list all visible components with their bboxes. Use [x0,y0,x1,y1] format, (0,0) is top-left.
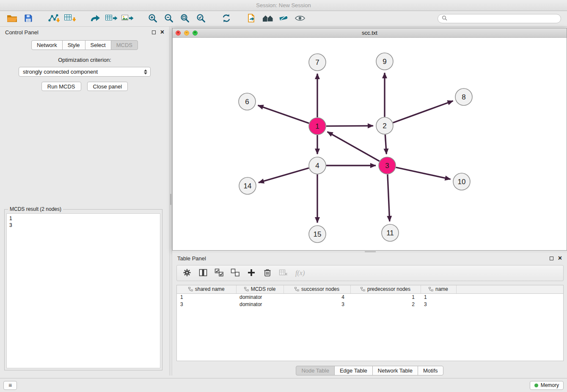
graph-edge-2-3[interactable] [385,135,386,154]
search-input[interactable] [450,16,557,22]
table-settings-button[interactable] [181,268,193,279]
graph-node-8[interactable]: 8 [455,88,472,105]
graph-edge-1-6[interactable] [258,105,309,123]
column-header-MCDS-role[interactable]: MCDS role [236,285,284,293]
zoom-fit-button[interactable] [177,12,193,25]
network-canvas[interactable]: 7968124314101511 [173,38,567,250]
column-header-name[interactable]: name [421,285,456,293]
close-panel-button[interactable]: Close panel [87,82,128,91]
eye-icon [295,14,306,23]
memory-button[interactable]: Memory [530,381,564,390]
tab-node-table[interactable]: Node Table [296,366,335,375]
tab-edge-table[interactable]: Edge Table [334,366,373,375]
close-panel-icon[interactable]: × [160,29,164,36]
import-network-icon [48,14,60,24]
column-header-shared-name[interactable]: shared name [177,285,236,293]
graph-node-6[interactable]: 6 [239,93,256,110]
zoom-window-icon[interactable]: + [193,30,198,36]
graph-edge-3-11[interactable] [388,174,390,221]
list-icon: ≡ [8,382,12,389]
delete-button[interactable] [261,268,273,279]
zoom-out-button[interactable] [161,12,177,25]
splitter-grip[interactable] [170,194,171,205]
graph-node-4[interactable]: 4 [309,157,326,174]
annotation-tag-button[interactable] [276,12,292,25]
task-history-button[interactable]: ≡ [3,381,17,390]
graph-node-11[interactable]: 11 [382,224,399,241]
export-network-button[interactable] [87,12,103,25]
deselect-all-rows-button[interactable] [229,268,241,279]
graph-node-10[interactable]: 10 [453,173,470,190]
import-table-button[interactable] [62,12,78,25]
graph-edge-1-2[interactable] [326,126,373,126]
graph-edge-4-14[interactable] [259,168,309,183]
tab-network[interactable]: Network [31,40,63,50]
svg-text:10: 10 [458,178,466,186]
tab-style[interactable]: Style [62,40,85,50]
tab-mcds[interactable]: MCDS [111,40,138,50]
graph-node-15[interactable]: 15 [309,226,326,243]
close-window-icon[interactable]: × [176,30,181,36]
application-window: Session: New Session Control Panel [0,0,567,392]
column-header-successor-nodes[interactable]: successor nodes [284,285,350,293]
window-title: Session: New Session [256,2,311,8]
float-panel-icon[interactable] [550,257,553,260]
table-row[interactable]: 1dominator411 [177,293,563,301]
zoom-selected-button[interactable] [193,12,209,25]
run-mcds-button[interactable]: Run MCDS [41,82,81,91]
minimize-window-icon[interactable]: − [184,30,189,36]
mcds-result-groupbox: MCDS result (2 nodes) 13 [4,209,162,370]
svg-text:8: 8 [462,93,465,101]
network-window-titlebar[interactable]: × − + scc.txt [173,28,567,38]
zoom-in-icon [148,13,158,25]
graph-edge-2-8[interactable] [393,101,453,123]
add-button[interactable] [245,268,257,279]
graph-node-2[interactable]: 2 [376,117,393,134]
close-panel-icon[interactable]: × [558,255,562,262]
export-table-button[interactable] [103,12,119,25]
tab-motifs[interactable]: Motifs [418,366,443,375]
chevron-updown-icon [144,69,147,75]
mcds-result-list[interactable]: 13 [6,213,160,368]
graph-edge-3-10[interactable] [396,167,451,179]
graph-node-3[interactable]: 3 [379,157,396,174]
zoom-out-icon [164,13,174,25]
open-session-button[interactable] [4,12,20,25]
vertical-splitter[interactable] [169,27,172,375]
function-builder-button: f(x) [294,269,305,277]
graph-node-7[interactable]: 7 [309,54,326,71]
show-columns-button[interactable] [197,268,209,279]
show-details-button[interactable] [292,12,308,25]
unchecked-boxes-icon [231,268,240,278]
home-layout-button[interactable] [260,12,276,25]
document-network-button[interactable] [244,12,260,25]
optimization-label: Optimization criterion: [0,57,169,63]
graph-node-14[interactable]: 14 [239,177,256,194]
criterion-select[interactable]: strongly connected component [19,67,151,77]
tab-select[interactable]: Select [85,40,111,50]
refresh-button[interactable] [218,12,234,25]
export-image-button[interactable] [119,12,135,25]
search-box[interactable] [438,14,561,23]
svg-text:15: 15 [314,230,322,238]
graph-node-9[interactable]: 9 [376,53,393,70]
graph-edge-3-1[interactable] [328,132,380,161]
network-view-window: × − + scc.txt 7968124314101511 [172,28,567,251]
save-session-button[interactable] [20,12,36,25]
table-row[interactable]: 3dominator323 [177,301,563,308]
memory-status-dot [534,384,538,387]
select-all-rows-button[interactable] [213,268,225,279]
control-panel: Control Panel × NetworkStyleSelectMCDS O… [0,27,169,375]
svg-text:4: 4 [315,162,319,170]
sort-icon [361,287,365,291]
zoom-in-button[interactable] [145,12,161,25]
svg-text:7: 7 [315,58,319,66]
float-panel-icon[interactable] [152,30,156,34]
tab-network-table[interactable]: Network Table [372,366,418,375]
main-toolbar [0,11,567,27]
column-header-predecessor-nodes[interactable]: predecessor nodes [350,285,421,293]
import-network-button[interactable] [46,12,62,25]
network-graph[interactable]: 7968124314101511 [173,38,567,250]
graph-node-1[interactable]: 1 [309,118,326,135]
splitter-grip[interactable] [365,251,376,252]
